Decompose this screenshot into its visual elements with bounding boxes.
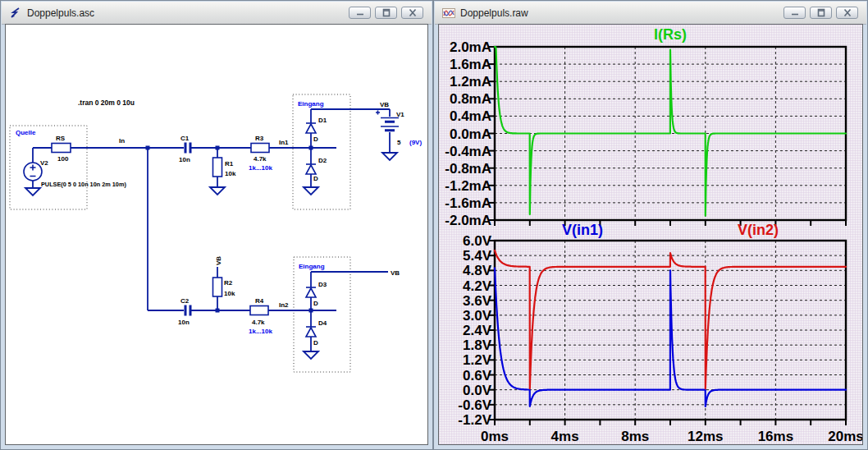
minimize-button[interactable] bbox=[783, 7, 806, 19]
trace-label: I(Rs) bbox=[654, 26, 687, 43]
schematic-canvas[interactable]: .tran 0 20m 0 10u Quelle Eingang Eingang… bbox=[5, 24, 428, 445]
y-axis-label: 2.4V bbox=[463, 323, 492, 338]
y-axis-label: 0.0V bbox=[463, 383, 492, 398]
y-axis-label: 3.0V bbox=[463, 308, 492, 324]
x-axis-label: 8ms bbox=[621, 429, 649, 444]
y-axis-label: 1.8V bbox=[463, 338, 492, 353]
component-c2[interactable]: C2 10n bbox=[178, 297, 190, 326]
component-r1[interactable]: R1 10k bbox=[210, 158, 236, 195]
svg-text:R4: R4 bbox=[255, 297, 264, 305]
y-axis-label: 4.8V bbox=[463, 263, 492, 278]
r3-range-comment: 1k...10k bbox=[249, 164, 272, 172]
component-r2[interactable]: R2 10k bbox=[213, 278, 235, 297]
svg-text:RS: RS bbox=[56, 135, 66, 142]
y-axis-label: -1.2V bbox=[458, 412, 491, 428]
eingang-comment-top: Eingang bbox=[298, 100, 324, 108]
component-c1[interactable]: C1 10n bbox=[179, 135, 190, 163]
svg-text:V2: V2 bbox=[40, 159, 48, 167]
schematic-titlebar[interactable]: Doppelpuls.asc bbox=[2, 2, 432, 25]
eingang-box-top bbox=[293, 94, 350, 209]
svg-text:4.7k: 4.7k bbox=[254, 155, 267, 163]
y-axis-label: 0.4mA bbox=[450, 108, 491, 124]
net-label-in1[interactable]: In1 bbox=[279, 139, 289, 146]
y-axis-label: -0.4mA bbox=[445, 144, 491, 159]
quelle-comment: Quelle bbox=[16, 129, 36, 136]
schematic-svg: .tran 0 20m 0 10u Quelle Eingang Eingang… bbox=[6, 25, 428, 445]
waveform-window: Doppelpuls.raw 2.0mA1.6mA1.2mA0.8mA0.4mA… bbox=[433, 0, 868, 450]
spice-directive[interactable]: .tran 0 20m 0 10u bbox=[78, 99, 135, 107]
junction-dot bbox=[216, 146, 220, 150]
eingang-box-bottom bbox=[294, 257, 350, 372]
maximize-button[interactable] bbox=[810, 7, 832, 19]
svg-text:D: D bbox=[313, 300, 318, 307]
y-axis-label: 0.8mA bbox=[450, 91, 491, 107]
svg-text:D: D bbox=[313, 135, 318, 143]
svg-text:V1: V1 bbox=[396, 111, 404, 118]
svg-text:C1: C1 bbox=[180, 135, 190, 142]
trace-label: V(in2) bbox=[738, 222, 779, 238]
svg-text:5: 5 bbox=[397, 139, 401, 146]
svg-text:100: 100 bbox=[57, 155, 69, 163]
waveform-titlebar[interactable]: Doppelpuls.raw bbox=[435, 2, 866, 25]
svg-text:10k: 10k bbox=[225, 170, 236, 177]
svg-text:10n: 10n bbox=[179, 156, 190, 163]
waveform-app-icon bbox=[442, 7, 455, 20]
svg-text:C2: C2 bbox=[180, 297, 190, 305]
plot-svg: 2.0mA1.6mA1.2mA0.8mA0.4mA0.0mA-0.4mA-0.8… bbox=[439, 25, 863, 445]
net-label-vb-r2[interactable]: VB bbox=[215, 256, 222, 265]
y-axis-label: 0.6V bbox=[463, 368, 492, 383]
plot-pane-2[interactable]: 6.0V5.4V4.8V4.2V3.6V3.0V2.4V1.8V1.2V0.6V… bbox=[458, 222, 863, 444]
svg-text:D1: D1 bbox=[318, 117, 327, 124]
svg-text:D3: D3 bbox=[318, 281, 327, 288]
net-label-vb-top[interactable]: VB bbox=[380, 101, 389, 108]
y-axis-label: -0.6V bbox=[458, 397, 491, 413]
component-d4[interactable]: D4 D bbox=[304, 319, 327, 359]
component-d2[interactable]: D2 D bbox=[304, 157, 327, 195]
y-axis-label: -0.8mA bbox=[445, 161, 491, 177]
component-r3[interactable]: R3 4.7k 1k...10k bbox=[249, 135, 272, 172]
maximize-button[interactable] bbox=[375, 7, 397, 19]
component-rs[interactable]: RS 100 bbox=[52, 135, 71, 163]
trace-I(Rs) bbox=[495, 47, 846, 216]
schematic-app-icon bbox=[9, 7, 22, 20]
svg-text:PULSE(0 5 0 10n 10n 2m 10m): PULSE(0 5 0 10n 10n 2m 10m) bbox=[41, 181, 126, 188]
x-axis-label: 4ms bbox=[551, 429, 579, 444]
junction-dot bbox=[309, 309, 313, 313]
close-button[interactable] bbox=[401, 7, 423, 19]
y-axis-label: 4.2V bbox=[463, 278, 492, 294]
junction-dot bbox=[309, 146, 313, 150]
component-v2[interactable]: V2 PULSE(0 5 0 10n 10n 2m 10m) bbox=[24, 159, 126, 195]
y-axis-label: 3.6V bbox=[463, 293, 492, 309]
y-axis-label: 1.2mA bbox=[450, 74, 491, 90]
y-axis-label: 1.2V bbox=[463, 352, 492, 368]
x-axis-label: 20ms bbox=[828, 429, 863, 444]
wires bbox=[33, 109, 390, 351]
svg-text:10n: 10n bbox=[178, 319, 190, 326]
y-axis-label: -2.0mA bbox=[445, 213, 491, 228]
waveform-canvas[interactable]: 2.0mA1.6mA1.2mA0.8mA0.4mA0.0mA-0.4mA-0.8… bbox=[438, 24, 863, 445]
svg-text:R2: R2 bbox=[224, 279, 233, 287]
x-axis-label: 12ms bbox=[688, 429, 723, 444]
plot-pane-1[interactable]: 2.0mA1.6mA1.2mA0.8mA0.4mA0.0mA-0.4mA-0.8… bbox=[445, 26, 846, 228]
y-axis-label: 2.0mA bbox=[450, 39, 491, 55]
v1-alt-comment: (9V) bbox=[409, 139, 422, 146]
window-title: Doppelpuls.raw bbox=[460, 7, 783, 19]
minimize-button[interactable] bbox=[349, 7, 371, 19]
component-d3[interactable]: D3 D bbox=[306, 281, 327, 307]
component-r4[interactable]: R4 4.7k 1k...10k bbox=[249, 297, 272, 335]
y-axis-label: 6.0V bbox=[463, 233, 492, 249]
r4-range-comment: 1k...10k bbox=[249, 328, 272, 335]
y-axis-label: 5.4V bbox=[463, 248, 492, 264]
x-axis-label: 16ms bbox=[758, 429, 793, 444]
svg-text:D4: D4 bbox=[318, 319, 327, 327]
x-axis-label: 0ms bbox=[481, 429, 509, 444]
y-axis-label: 1.6mA bbox=[450, 57, 491, 72]
junction-dot bbox=[146, 146, 150, 150]
net-label-in2[interactable]: In2 bbox=[279, 301, 289, 309]
net-label-in[interactable]: In bbox=[119, 137, 125, 145]
component-v1[interactable]: V1 5 (9V) bbox=[376, 111, 422, 161]
component-d1[interactable]: D1 D bbox=[306, 117, 327, 143]
net-label-vb-bottom[interactable]: VB bbox=[391, 269, 400, 277]
close-button[interactable] bbox=[836, 7, 858, 19]
svg-text:R1: R1 bbox=[225, 160, 234, 168]
